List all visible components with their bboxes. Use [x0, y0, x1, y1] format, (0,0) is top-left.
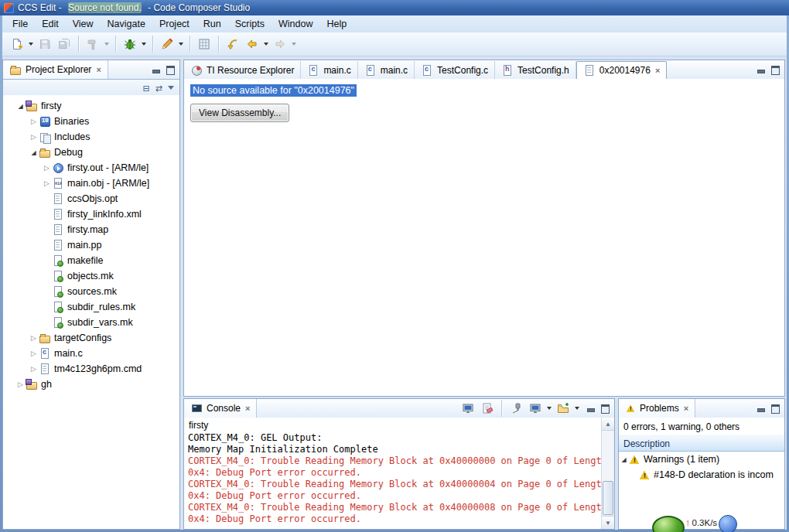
scroll-up-icon[interactable]: ▲	[602, 418, 614, 431]
problems-minimize-button[interactable]	[755, 404, 766, 414]
tree-item-objects-mk[interactable]: objects.mk	[3, 268, 179, 284]
expander-icon[interactable]	[42, 162, 52, 174]
warning-item-row[interactable]: #148-D declaration is incom	[619, 467, 784, 483]
tree-item-binaries[interactable]: Binaries	[3, 114, 179, 129]
editor-minimize-button[interactable]	[755, 65, 766, 75]
tree-item-makefile[interactable]: makefile	[3, 253, 179, 268]
forward-button[interactable]	[271, 35, 289, 53]
new-button[interactable]	[8, 35, 26, 53]
expander-icon[interactable]	[29, 363, 39, 375]
pin-console-button[interactable]	[507, 399, 525, 418]
menu-run[interactable]: Run	[196, 16, 228, 32]
scroll-thumb[interactable]	[603, 481, 613, 515]
build-button[interactable]	[84, 35, 102, 53]
editor-tab-main-c[interactable]: main.c	[358, 61, 415, 79]
expander-icon[interactable]	[29, 347, 39, 360]
menu-help[interactable]: Help	[319, 16, 354, 32]
blue-indicator[interactable]	[719, 515, 737, 532]
menu-window[interactable]: Window	[272, 16, 319, 32]
menu-navigate[interactable]: Navigate	[101, 16, 152, 32]
console-maximize-button[interactable]	[599, 404, 610, 414]
save-all-button[interactable]	[55, 35, 73, 53]
editor-tab-ti-resource-explorer[interactable]: TI Resource Explorer	[184, 61, 301, 79]
tree-item-firsty-linkinfo-xml[interactable]: firsty_linkInfo.xml	[3, 206, 179, 222]
editor-tab-testconfig-h[interactable]: TestConfig.h	[495, 61, 576, 79]
editor-maximize-button[interactable]	[770, 65, 780, 75]
forward-button-dropdown-icon[interactable]	[290, 35, 298, 53]
console-tab[interactable]: Console ×	[184, 399, 257, 418]
project-explorer-tab[interactable]: Project Explorer ×	[3, 60, 108, 79]
link-with-editor-button[interactable]: ⇄	[155, 84, 162, 93]
editor-tab-main-c[interactable]: main.c	[301, 61, 357, 79]
save-button[interactable]	[36, 35, 54, 53]
tree-item-firsty-map[interactable]: firsty.map	[3, 222, 179, 237]
open-console-button[interactable]	[554, 399, 572, 418]
tree-item-subdir-vars-mk[interactable]: subdir_vars.mk	[3, 315, 179, 330]
tree-item-firsty[interactable]: firsty	[3, 98, 179, 114]
console-scrollbar[interactable]: ▲ ▼	[601, 418, 614, 529]
problems-tab[interactable]: Problems ×	[619, 399, 695, 418]
editor-tab-testconfig-c[interactable]: TestConfig.c	[415, 61, 495, 79]
perspective-button[interactable]	[195, 35, 213, 53]
tree-item-firsty-out-arm-le[interactable]: firsty.out - [ARM/le]	[3, 160, 179, 176]
flash-button-dropdown-icon[interactable]	[177, 35, 185, 53]
debug-button[interactable]	[121, 35, 139, 53]
tree-item-debug[interactable]: Debug	[3, 145, 179, 160]
tree-item-main-pp[interactable]: main.pp	[3, 237, 179, 253]
expander-icon[interactable]	[29, 332, 39, 344]
menu-scripts[interactable]: Scripts	[228, 16, 272, 32]
display-console-button[interactable]	[526, 399, 545, 418]
explorer-minimize-button[interactable]	[150, 65, 161, 75]
explorer-maximize-button[interactable]	[165, 65, 176, 75]
expander-icon[interactable]	[29, 131, 39, 143]
debug-button-dropdown-icon[interactable]	[140, 35, 148, 53]
tree-item-gh[interactable]: gh	[3, 377, 179, 392]
last-edit-location-button[interactable]	[224, 35, 242, 53]
warnings-group-row[interactable]: Warnings (1 item)	[619, 452, 784, 467]
expander-icon[interactable]	[15, 100, 26, 112]
menu-view[interactable]: View	[66, 16, 101, 32]
back-button-dropdown-icon[interactable]	[262, 35, 270, 53]
view-menu-icon[interactable]	[168, 86, 174, 90]
tree-item-sources-mk[interactable]: sources.mk	[3, 284, 179, 299]
collapse-all-button[interactable]: ⊟	[143, 84, 150, 93]
console-minimize-button[interactable]	[585, 404, 596, 414]
expander-icon[interactable]	[619, 453, 629, 466]
new-button-dropdown-icon[interactable]	[27, 35, 35, 53]
show-console-on-output-button[interactable]	[459, 399, 477, 418]
clear-console-button[interactable]	[478, 399, 497, 418]
close-tab-icon[interactable]: ×	[655, 66, 660, 74]
tree-item-main-c[interactable]: main.c	[3, 346, 179, 361]
close-problems-icon[interactable]: ×	[684, 404, 688, 412]
console-output[interactable]: CORTEX_M4_0: GEL Output:Memory Map Initi…	[184, 432, 601, 525]
menu-file[interactable]: File	[5, 16, 35, 32]
menu-project[interactable]: Project	[152, 16, 196, 32]
close-console-icon[interactable]: ×	[245, 404, 250, 412]
view-disassembly-button[interactable]: View Disassembly...	[190, 104, 289, 122]
tree-item-ccsobjs-opt[interactable]: ccsObjs.opt	[3, 191, 179, 206]
flash-button[interactable]	[158, 35, 176, 53]
tree-item-subdir-rules-mk[interactable]: subdir_rules.mk	[3, 299, 179, 315]
project-icon	[26, 100, 38, 112]
open-console-button-dropdown-icon[interactable]	[573, 399, 581, 418]
expander-icon[interactable]	[29, 115, 39, 128]
back-button[interactable]	[243, 35, 261, 53]
description-column-header[interactable]: Description	[619, 435, 784, 452]
tree-item-label: sources.mk	[64, 286, 117, 297]
editor-tab-0x20014976[interactable]: 0x20014976×	[576, 61, 668, 80]
expander-icon[interactable]	[29, 146, 39, 159]
tree-item-targetconfigs[interactable]: targetConfigs	[3, 330, 179, 346]
expander-icon[interactable]	[15, 378, 26, 390]
title-bar[interactable]: CCS Edit - Source not found. - Code Comp…	[0, 0, 789, 15]
build-button-dropdown-icon[interactable]	[103, 35, 111, 53]
tree-item-includes[interactable]: Includes	[3, 129, 179, 145]
scroll-down-icon[interactable]: ▼	[602, 516, 614, 529]
display-console-button-dropdown-icon[interactable]	[545, 399, 553, 418]
problems-maximize-button[interactable]	[770, 404, 780, 414]
expander-icon[interactable]	[42, 177, 52, 189]
tree-item-tm4c123gh6pm-cmd[interactable]: tm4c123gh6pm.cmd	[3, 361, 179, 377]
close-view-icon[interactable]: ×	[96, 66, 101, 73]
problems-window-controls	[755, 404, 784, 414]
tree-item-main-obj-arm-le[interactable]: main.obj - [ARM/le]	[3, 176, 179, 191]
menu-edit[interactable]: Edit	[35, 16, 66, 32]
